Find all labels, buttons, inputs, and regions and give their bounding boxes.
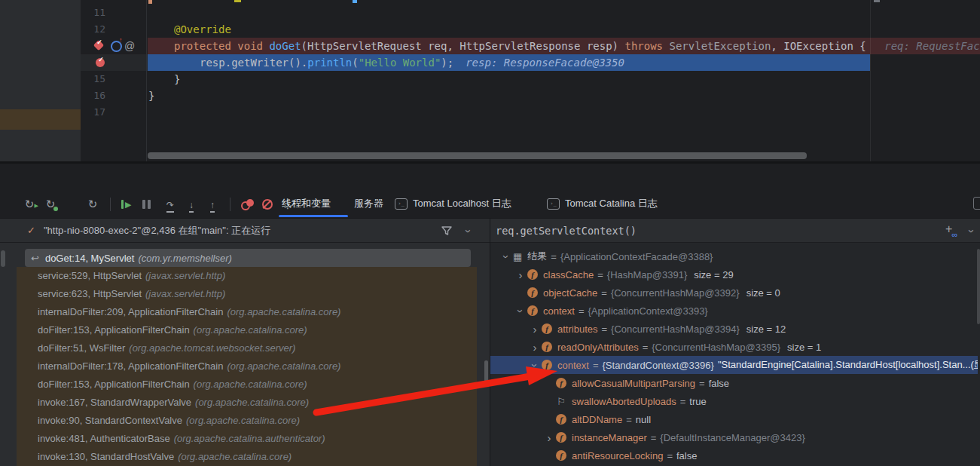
variable-value: false	[676, 450, 697, 461]
tab-threads-variables[interactable]: 线程和变量	[282, 190, 331, 217]
thread-selector-bar[interactable]: ✓ "http-nio-8080-exec-2"@2,436 在组"main":…	[0, 219, 490, 243]
variable-name: context	[543, 305, 575, 317]
line-number: 17	[84, 104, 105, 121]
add-to-watches-icon[interactable]: +∞	[945, 222, 952, 236]
field-icon: f	[556, 414, 566, 425]
variable-row[interactable]: ⚐ swallowAbortedUploads = true	[490, 392, 980, 410]
chevron-collapsed-icon[interactable]: ›	[542, 432, 556, 443]
variable-row[interactable]: › f readOnlyAttributes = {ConcurrentHash…	[490, 338, 980, 356]
stack-frame[interactable]: invoke:130, StandardHostValve(org.apache…	[17, 448, 477, 466]
variable-row-result[interactable]: › ▦ 结果 = {ApplicationContextFacade@3388}	[490, 247, 980, 265]
view-breakpoints-icon[interactable]	[241, 198, 254, 210]
resume-program-icon[interactable]: ▶	[121, 198, 135, 211]
mute-breakpoints-icon[interactable]	[261, 198, 273, 210]
line-number: 16	[84, 87, 105, 104]
code-line-body: resp.getWriter().println("Hello World");…	[200, 54, 624, 71]
variable-name: altDDName	[572, 414, 622, 425]
step-out-icon[interactable]: ↑	[206, 198, 219, 211]
chevron-expanded-icon[interactable]: ›	[530, 358, 541, 372]
override-arrow-icon: ↑	[119, 36, 123, 44]
code-line-close: }	[174, 71, 180, 87]
stack-frame[interactable]: invoke:167, StandardWrapperValve(org.apa…	[17, 394, 477, 412]
thread-dropdown-chevron-icon[interactable]: ›	[463, 229, 475, 233]
variable-row[interactable]: f altDDName = null	[490, 410, 980, 428]
variable-row[interactable]: f objectCache = {ConcurrentHashMap@3392}…	[490, 284, 980, 302]
variable-name: objectCache	[543, 287, 597, 299]
equals-sign: =	[699, 378, 705, 389]
variable-name: allowCasualMultipartParsing	[572, 378, 695, 389]
frame-package: (com.yr.memshellser)	[138, 253, 231, 264]
layout-settings-icon[interactable]	[973, 197, 980, 210]
evaluate-expression-bar[interactable]: req.getServletContext() +∞ ›	[490, 219, 980, 243]
frame-location: service:623, HttpServlet	[38, 288, 142, 299]
expression-input[interactable]: req.getServletContext()	[496, 219, 637, 243]
variable-row[interactable]: › f attributes = {ConcurrentHashMap@3394…	[490, 320, 980, 338]
variable-size: size = 12	[746, 323, 786, 335]
refresh-icon[interactable]: ↻	[86, 198, 99, 211]
stack-frame[interactable]: internalDoFilter:209, ApplicationFilterC…	[17, 303, 477, 321]
pause-icon[interactable]	[142, 200, 156, 209]
result-icon: ▦	[513, 251, 522, 262]
thread-status-text: "http-nio-8080-exec-2"@2,436 在组"main": 正…	[44, 219, 270, 243]
frame-package: (org.apache.catalina.core)	[195, 397, 309, 408]
field-icon: f	[527, 305, 538, 316]
frame-location: internalDoFilter:209, ApplicationFilterC…	[38, 306, 223, 317]
stack-frame[interactable]: service:623, HttpServlet(javax.servlet.h…	[17, 285, 477, 303]
annotation-gutter-icon: @	[124, 38, 135, 54]
stack-frame[interactable]: internalDoFilter:178, ApplicationFilterC…	[17, 357, 477, 376]
code-token: ,	[771, 40, 783, 52]
equals-sign: =	[601, 323, 607, 335]
variable-name: antiResourceLocking	[572, 450, 663, 461]
stack-frame[interactable]: doFilter:153, ApplicationFilterChain(org…	[17, 376, 477, 394]
chevron-expanded-icon[interactable]: ›	[515, 304, 527, 317]
debugger-inline-hint: resp: ResponseFacade@3350	[466, 57, 624, 69]
debug-toolwindow-header: ⋮ —	[0, 164, 980, 190]
variable-row[interactable]: › f instanceManager = {DefaultInstanceMa…	[490, 428, 980, 446]
rerun-debug-icon[interactable]: ↻	[44, 198, 57, 211]
chevron-collapsed-icon[interactable]: ›	[528, 323, 542, 335]
frames-scrollbar[interactable]	[484, 360, 488, 383]
chevron-collapsed-icon[interactable]: ›	[528, 342, 542, 353]
expression-dropdown-chevron-icon[interactable]: ›	[966, 229, 978, 233]
frame-package: (javax.servlet.http)	[145, 270, 225, 281]
frame-location: invoke:167, StandardWrapperValve	[38, 397, 191, 408]
variables-scrollbar[interactable]	[977, 249, 980, 324]
debugger-inline-hint: req: RequestFacade@3349	[884, 40, 980, 52]
frame-location: invoke:130, StandardHostValve	[38, 451, 174, 462]
variable-row[interactable]: f antiResourceLocking = false	[490, 446, 980, 464]
pause-bar	[148, 200, 151, 209]
frames-left-scrollbar[interactable]	[1, 250, 5, 267]
stack-frame[interactable]: doFilter:153, ApplicationFilterChain(org…	[17, 321, 477, 339]
clipped-code-line	[353, 0, 357, 3]
tab-tomcat-catalina-log[interactable]: ›_ Tomcat Catalina 日志	[547, 190, 658, 217]
chevron-collapsed-icon[interactable]: ›	[514, 269, 527, 281]
stack-frame[interactable]: invoke:90, StandardContextValve(org.apac…	[17, 412, 477, 430]
chevron-expanded-icon[interactable]: ›	[501, 250, 512, 263]
variable-name: instanceManager	[572, 432, 647, 443]
terminal-icon: ›_	[547, 198, 560, 210]
stack-frame-selected[interactable]: ↩ doGet:14, MyServlet(com.yr.memshellser…	[25, 249, 471, 267]
left-panel	[0, 0, 81, 161]
rerun-icon[interactable]: ↻▶	[23, 198, 36, 211]
filter-funnel-icon[interactable]	[441, 225, 453, 237]
stack-frame[interactable]: service:529, HttpServlet(javax.servlet.h…	[17, 267, 477, 285]
horizontal-scrollbar[interactable]	[148, 152, 807, 159]
step-into-icon[interactable]: ↓	[185, 198, 198, 211]
thread-status-check-icon: ✓	[27, 219, 35, 243]
stop-icon[interactable]	[65, 198, 78, 211]
stack-frame[interactable]: invoke:481, AuthenticatorBase(org.apache…	[17, 430, 477, 448]
frame-package: (org.apache.tomcat.websocket.server)	[129, 342, 295, 354]
variable-row[interactable]: › f context = {ApplicationContext@3393}	[490, 302, 980, 320]
tab-server[interactable]: 服务器	[354, 190, 383, 217]
variable-row[interactable]: › f classCache = {HashMap@3391} size = 2…	[490, 265, 980, 284]
stack-frame[interactable]: doFilter:51, WsFilter(org.apache.tomcat.…	[17, 339, 477, 357]
frame-location: doFilter:153, ApplicationFilterChain	[38, 379, 190, 390]
infinity-glyph: ∞	[952, 230, 958, 239]
field-icon: f	[556, 450, 566, 461]
variable-row[interactable]: f allowCasualMultipartParsing = false	[490, 374, 980, 392]
variable-row-selected[interactable]: › f context = {StandardContext@3396} "St…	[490, 356, 978, 374]
step-over-icon[interactable]: ↷	[163, 198, 177, 211]
bug-overlay-icon	[53, 207, 58, 211]
variable-size: size = 29	[694, 269, 733, 281]
tab-tomcat-localhost-log[interactable]: ›_ Tomcat Localhost 日志	[395, 190, 511, 217]
